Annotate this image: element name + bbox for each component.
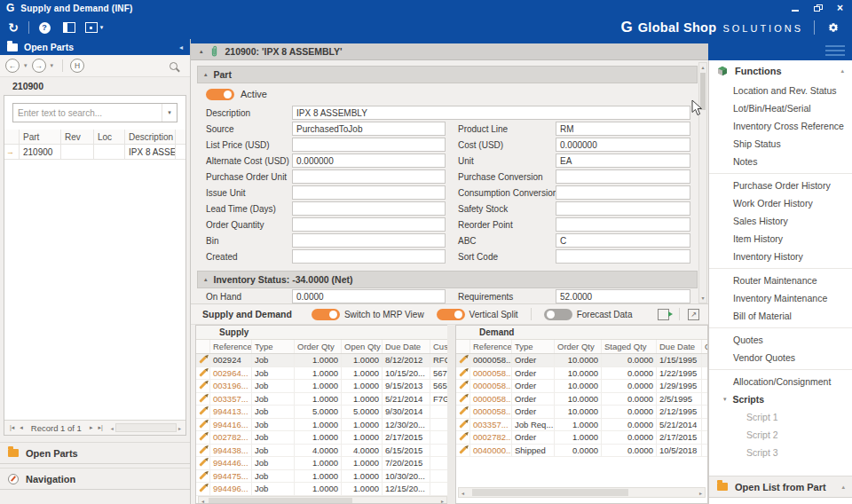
table-row[interactable]: 994416...Job1.00001.000012/30/20... — [196, 419, 449, 432]
edit-cell[interactable] — [456, 393, 470, 406]
table-row[interactable]: 0000058...Order10.00000.00002/12/1995 — [456, 406, 707, 419]
scrollbar-thumb[interactable] — [209, 498, 352, 504]
edit-cell[interactable] — [196, 419, 210, 431]
function-inventory-cross-reference[interactable]: Inventory Cross Reference — [709, 117, 852, 135]
column-header-due-date[interactable]: Due Date — [383, 340, 430, 353]
field-input-bin[interactable] — [292, 233, 446, 248]
field-input-source[interactable]: PurchasedToJob — [292, 122, 446, 136]
close-button[interactable]: × — [837, 4, 843, 12]
open-list-from-part-bar[interactable]: Open List from Part ▴ — [709, 476, 852, 498]
field-input-description[interactable]: IPX 8 ASSEMBLY — [292, 106, 690, 120]
column-header-description[interactable]: Description — [125, 130, 176, 144]
table-row[interactable]: 003357...Job1.00001.00005/21/2014F7G987 — [196, 393, 449, 406]
edit-cell[interactable] — [196, 483, 210, 495]
function-inventory-history[interactable]: Inventory History — [709, 248, 852, 265]
history-button[interactable]: H — [70, 59, 84, 73]
field-input-safety-stock[interactable] — [556, 201, 690, 216]
function-vendor-quotes[interactable]: Vendor Quotes — [709, 349, 852, 366]
table-row[interactable]: 0000058...Order10.00000.00002/5/1995 — [456, 393, 707, 406]
panel-layout-button[interactable] — [59, 19, 79, 36]
table-row[interactable]: 003196...Job1.00001.00009/15/2013565586 — [196, 380, 449, 393]
edit-cell[interactable] — [196, 406, 210, 418]
function-lot-bin-heat-serial[interactable]: Lot/Bin/Heat/Serial — [709, 99, 852, 117]
function-inventory-maintenance[interactable]: Inventory Maintenance — [709, 289, 852, 307]
settings-button[interactable] — [824, 19, 852, 36]
field-input-created[interactable] — [292, 249, 446, 264]
part-header-bar[interactable]: ▴ 210900: 'IPX 8 ASSEMBLY' — [191, 43, 710, 60]
field-input-product-line[interactable]: RM — [556, 122, 690, 136]
record-scrollbar[interactable]: ◂ ▸ — [109, 423, 183, 432]
edit-cell[interactable] — [196, 367, 210, 380]
last-record-button[interactable]: ▸| — [95, 424, 105, 431]
field-input-purchase-order-unit[interactable] — [292, 169, 446, 184]
function-ship-status[interactable]: Ship Status — [709, 135, 852, 153]
collapse-up-icon[interactable]: ▴ — [840, 67, 844, 75]
minimize-button[interactable] — [792, 10, 799, 12]
edit-cell[interactable] — [196, 457, 210, 469]
edit-cell[interactable] — [196, 354, 210, 366]
restore-button[interactable] — [814, 4, 822, 12]
field-input-sort-code[interactable] — [556, 249, 690, 264]
function-router-maintenance[interactable]: Router Maintenance — [709, 272, 852, 289]
edit-cell[interactable] — [456, 419, 470, 431]
field-input-order-quantity[interactable] — [292, 217, 446, 232]
table-row[interactable]: 0040000...Shipped0.00000.000010/5/2018 — [456, 445, 707, 458]
function-work-order-history[interactable]: Work Order History — [709, 194, 852, 212]
column-header-reference[interactable]: Reference — [470, 340, 512, 353]
function-quotes[interactable]: Quotes — [709, 331, 852, 349]
navigation-collapsed-bar[interactable]: Navigation — [0, 468, 190, 490]
table-row[interactable]: 0000058...Order10.00000.00001/29/1995 — [456, 380, 707, 393]
column-header-rev[interactable]: Rev — [61, 130, 94, 144]
help-button[interactable]: ? — [35, 19, 54, 36]
script-script-3[interactable]: Script 3 — [709, 444, 852, 461]
search-dropdown-button[interactable]: ▾ — [162, 104, 177, 122]
function-sales-history[interactable]: Sales History — [709, 212, 852, 230]
collapse-up-icon[interactable]: ▴ — [200, 48, 203, 55]
functions-header[interactable]: Functions ▴ — [709, 60, 852, 82]
column-header-type[interactable]: Type — [252, 340, 295, 353]
first-record-button[interactable]: |◂ — [7, 424, 17, 431]
field-input-issue-unit[interactable] — [292, 185, 446, 200]
open-parts-collapsed-bar[interactable]: Open Parts — [0, 442, 190, 464]
back-button[interactable]: ← — [5, 59, 20, 73]
function-location-and-rev-status[interactable]: Location and Rev. Status — [709, 82, 852, 99]
scrollbar-track[interactable] — [115, 423, 177, 432]
function-item-history[interactable]: Item History — [709, 230, 852, 248]
table-row[interactable]: 0000058...Order10.00000.00001/15/1995 — [456, 354, 707, 367]
function-notes[interactable]: Notes — [709, 153, 852, 170]
table-row[interactable]: 994496...Job1.00001.000012/15/20... — [196, 483, 449, 496]
edit-cell[interactable] — [456, 380, 470, 392]
column-header-custom[interactable]: Custom — [430, 340, 449, 353]
column-header-open-qty[interactable]: Open Qty — [342, 340, 383, 353]
edit-cell[interactable] — [196, 431, 210, 444]
field-input-abc[interactable]: C — [556, 233, 690, 248]
table-row[interactable]: 002782...Job1.00001.00002/17/2015 — [196, 431, 449, 445]
column-header-loc[interactable]: Loc — [94, 130, 125, 144]
form-scrollbar[interactable]: ▴ ▾ — [698, 62, 707, 303]
table-row[interactable]: 002964...Job1.00001.000010/15/20...56758… — [196, 367, 449, 381]
function-bill-of-material[interactable]: Bill of Material — [709, 307, 852, 325]
edit-cell[interactable] — [196, 445, 210, 457]
part-row[interactable]: →210900IPX 8 ASSE... — [4, 145, 185, 160]
field-input-list-price-usd[interactable] — [292, 138, 446, 152]
column-header-type[interactable]: Type — [512, 340, 555, 353]
supply-hscrollbar[interactable]: ◂ ▸ — [198, 496, 447, 504]
scrollbar-thumb[interactable] — [700, 73, 706, 110]
scroll-right-icon[interactable]: ▸ — [697, 490, 705, 496]
field-input-on-hand[interactable]: 0.0000 — [292, 289, 446, 303]
prev-record-button[interactable]: ◂ — [17, 424, 26, 431]
hamburger-menu-icon[interactable] — [825, 45, 845, 56]
script-script-2[interactable]: Script 2 — [709, 426, 852, 444]
scroll-up-icon[interactable]: ▴ — [701, 63, 704, 72]
back-dropdown-caret[interactable]: ▾ — [24, 62, 28, 69]
demand-hscrollbar[interactable]: ◂ ▸ — [458, 487, 706, 498]
next-record-button[interactable]: ▸ — [87, 424, 96, 431]
column-header-reference[interactable]: Reference — [210, 340, 252, 353]
edit-cell[interactable] — [196, 470, 210, 483]
field-input-cost-usd[interactable]: 0.000000 — [556, 138, 690, 152]
table-row[interactable]: 003357...Job Req...1.00000.00005/21/2014 — [456, 419, 707, 432]
edit-cell[interactable] — [196, 380, 210, 392]
field-input-alternate-cost-usd[interactable]: 0.000000 — [292, 154, 446, 168]
column-header-order-qty[interactable]: Order Qty — [555, 340, 602, 353]
table-splitter[interactable] — [447, 325, 455, 504]
